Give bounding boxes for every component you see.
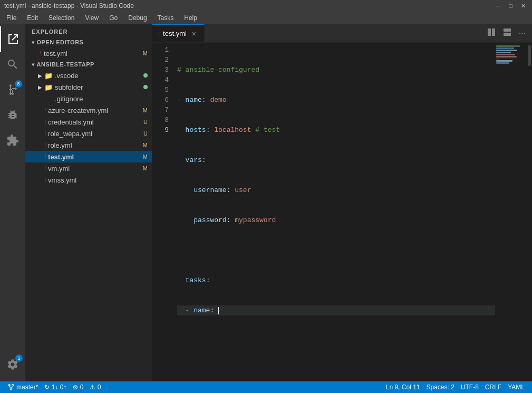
code-line-5: username: user bbox=[177, 185, 495, 195]
gitignore-file[interactable]: .gitignore bbox=[25, 93, 152, 104]
credentials-file[interactable]: ! credentials.yml U bbox=[25, 116, 152, 128]
status-right: Ln 9, Col 11 Spaces: 2 UTF-8 CRLF YAML bbox=[383, 384, 528, 391]
close-button[interactable]: ✕ bbox=[519, 3, 528, 9]
role-file[interactable]: ! role.yml M bbox=[25, 139, 152, 151]
menu-go[interactable]: Go bbox=[105, 13, 122, 23]
extensions-activity-icon[interactable] bbox=[0, 128, 25, 153]
menu-edit[interactable]: Edit bbox=[23, 13, 42, 23]
minimap-content bbox=[495, 43, 527, 66]
mini-line-2 bbox=[496, 47, 514, 49]
editor-area: ! test.yml × ··· 1 2 3 4 5 bbox=[152, 24, 532, 381]
vmss-file[interactable]: ! vmss.yml _ bbox=[25, 174, 152, 186]
settings-activity-icon[interactable]: 1 bbox=[0, 352, 25, 377]
tab-yaml-icon: ! bbox=[158, 31, 160, 37]
svg-rect-0 bbox=[488, 28, 491, 36]
open-editor-badge: M bbox=[143, 50, 148, 56]
azure-yaml-icon: ! bbox=[44, 107, 46, 113]
encoding-label: UTF-8 bbox=[461, 384, 479, 391]
test-yaml-icon: ! bbox=[44, 154, 46, 160]
yaml-file-icon: ! bbox=[40, 50, 42, 56]
status-bar: master* ↻ 1↓ 0↑ ⊗ 0 ⚠ 0 Ln 9, Col 11 Spa… bbox=[0, 381, 532, 393]
menu-debug[interactable]: Debug bbox=[124, 13, 151, 23]
tab-test-yml[interactable]: ! test.yml × bbox=[152, 24, 205, 42]
ln-col-status[interactable]: Ln 9, Col 11 bbox=[383, 384, 423, 391]
editor[interactable]: 1 2 3 4 5 6 7 8 9 # ansible-configured -… bbox=[152, 43, 532, 381]
menu-tasks[interactable]: Tasks bbox=[153, 13, 178, 23]
spaces-status[interactable]: Spaces: 2 bbox=[423, 384, 457, 391]
mini-line-4 bbox=[496, 52, 511, 53]
scrollbar-thumb[interactable] bbox=[528, 45, 531, 66]
test-file[interactable]: ! test.yml M bbox=[25, 151, 152, 162]
role-file-name: role.yml bbox=[48, 141, 143, 149]
activity-bar: 8 1 bbox=[0, 24, 25, 381]
role-wepa-badge: U bbox=[143, 130, 148, 137]
open-editor-test-yml[interactable]: ! test.yml M bbox=[25, 47, 152, 59]
vmss-yaml-icon: ! bbox=[44, 177, 46, 183]
title-bar: test.yml - ansible-testapp - Visual Stud… bbox=[0, 0, 532, 12]
errors-status[interactable]: ⊗ 0 bbox=[70, 381, 86, 393]
minimize-button[interactable]: ─ bbox=[495, 3, 503, 9]
code-line-1: # ansible-configured bbox=[177, 65, 495, 75]
title-bar-controls: ─ □ ✕ bbox=[495, 3, 528, 9]
menu-view[interactable]: View bbox=[81, 13, 103, 23]
code-area[interactable]: # ansible-configured - name: demo hosts:… bbox=[173, 43, 495, 381]
role-yaml-icon: ! bbox=[44, 142, 46, 148]
code-line-6: password: mypassword bbox=[177, 215, 495, 225]
sidebar-header: Explorer bbox=[25, 24, 152, 37]
svg-rect-2 bbox=[504, 28, 511, 32]
tab-filename: test.yml bbox=[163, 30, 187, 37]
sync-status[interactable]: ↻ 1↓ 0↑ bbox=[41, 381, 70, 393]
editor-layout-button[interactable] bbox=[501, 26, 514, 41]
code-line-3: hosts: localhost # test bbox=[177, 125, 495, 135]
menu-file[interactable]: File bbox=[2, 13, 21, 23]
source-control-badge: 8 bbox=[15, 80, 22, 88]
line-numbers: 1 2 3 4 5 6 7 8 9 bbox=[152, 43, 173, 381]
menu-selection[interactable]: Selection bbox=[44, 13, 79, 23]
warnings-status[interactable]: ⚠ 0 bbox=[86, 381, 104, 393]
language-status[interactable]: YAML bbox=[505, 384, 528, 391]
vm-yaml-icon: ! bbox=[44, 165, 46, 171]
vscode-dot bbox=[143, 73, 148, 78]
sync-label: ↻ 1↓ 0↑ bbox=[44, 384, 66, 391]
project-title[interactable]: ▾ Ansible-Testapp bbox=[25, 59, 152, 70]
ln-col-label: Ln 9, Col 11 bbox=[386, 384, 420, 391]
azure-file-name: azure-createvm.yml bbox=[48, 107, 143, 114]
menu-bar: File Edit Selection View Go Debug Tasks … bbox=[0, 12, 532, 24]
search-activity-icon[interactable] bbox=[0, 52, 25, 77]
open-editors-title[interactable]: ▾ Open Editors bbox=[25, 37, 152, 47]
tab-close-button[interactable]: × bbox=[192, 30, 196, 38]
branch-status[interactable]: master* bbox=[4, 381, 41, 393]
text-cursor bbox=[218, 307, 219, 314]
branch-icon bbox=[7, 384, 15, 391]
explorer-activity-icon[interactable] bbox=[0, 26, 25, 52]
code-line-8: tasks: bbox=[177, 275, 495, 285]
vmss-badge: _ bbox=[144, 177, 148, 183]
tab-actions: ··· bbox=[485, 24, 532, 42]
encoding-status[interactable]: UTF-8 bbox=[458, 384, 482, 391]
split-editor-button[interactable] bbox=[485, 26, 498, 41]
more-actions-button[interactable]: ··· bbox=[517, 26, 528, 40]
source-control-activity-icon[interactable]: 8 bbox=[0, 77, 25, 102]
role-wepa-yaml-icon: ! bbox=[44, 130, 46, 137]
branch-name: master* bbox=[16, 384, 38, 391]
maximize-button[interactable]: □ bbox=[507, 3, 515, 9]
mini-line-3 bbox=[496, 50, 517, 51]
code-line-9: - name: bbox=[177, 305, 495, 315]
azure-file[interactable]: ! azure-createvm.yml M bbox=[25, 104, 152, 116]
main-layout: 8 1 Explorer ▾ Open Editors ! test.yml bbox=[0, 24, 532, 381]
subfolder-folder[interactable]: ▶ 📁 subfolder bbox=[25, 81, 152, 93]
role-badge: M bbox=[143, 142, 148, 148]
scrollbar[interactable] bbox=[527, 43, 532, 381]
spaces-label: Spaces: 2 bbox=[426, 384, 454, 391]
code-line-7 bbox=[177, 245, 495, 255]
mini-line-9 bbox=[496, 62, 509, 64]
vm-file-name: vm.yml bbox=[48, 165, 143, 172]
line-ending-status[interactable]: CRLF bbox=[482, 384, 505, 391]
vscode-folder[interactable]: ▶ 📁 .vscode bbox=[25, 70, 152, 81]
vmss-file-name: vmss.yml bbox=[48, 176, 144, 184]
vm-file[interactable]: ! vm.yml M bbox=[25, 162, 152, 174]
debug-activity-icon[interactable] bbox=[0, 102, 25, 128]
mini-line-5 bbox=[496, 54, 515, 55]
menu-help[interactable]: Help bbox=[180, 13, 201, 23]
role-wepa-file[interactable]: ! role_wepa.yml U bbox=[25, 128, 152, 139]
